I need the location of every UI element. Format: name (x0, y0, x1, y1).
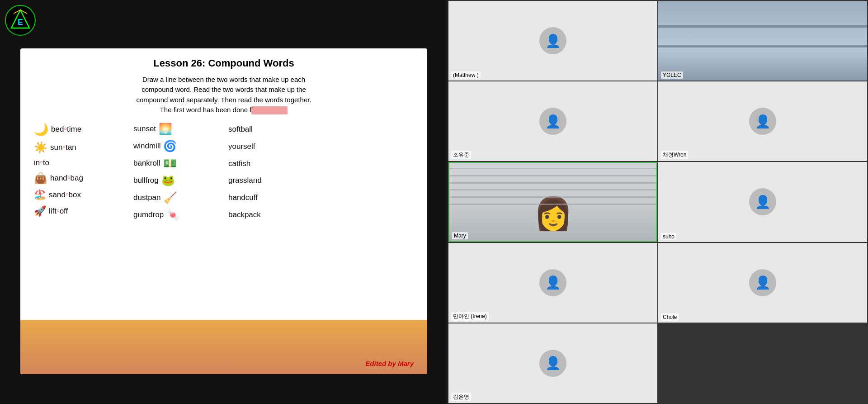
participant-avatar-irene: 👤 (539, 269, 566, 296)
word-row-bedtime: 🌙 bed○time (34, 123, 124, 137)
participant-name-chole: Chole (661, 314, 679, 321)
participant-avatar-chaewren: 👤 (749, 108, 776, 135)
participant-name-suho: suho (661, 233, 676, 240)
word-row-suntan: ☀️ sun○tan (34, 141, 124, 154)
svg-text:E: E (18, 18, 23, 27)
participant-tile-mary: Mary (448, 162, 657, 242)
participant-tile-chaewren: 👤 채령Wren (658, 81, 867, 161)
participant-tile-irene: 👤 민아인 (Irene) (448, 243, 657, 323)
word-row-softball: softball (228, 125, 262, 134)
participant-name-kimeunyoung: 김은영 (451, 393, 471, 401)
participant-avatar-kimeunyoung: 👤 (539, 350, 566, 377)
mary-video-feed (449, 163, 656, 241)
lesson-slide: Lesson 26: Compound Words Draw a line be… (20, 48, 427, 374)
word-row-liftoff: 🚀 lift○off (34, 205, 124, 217)
participant-avatar-suho: 👤 (749, 188, 776, 215)
word-row-into: in○to (34, 158, 124, 167)
participant-avatar-chole: 👤 (749, 269, 776, 296)
word-row-windmill: windmill 🌀 (133, 140, 219, 152)
participant-name-yglec: YGLEC (661, 71, 683, 79)
participant-name-irene: 민아인 (Irene) (451, 312, 489, 321)
main-content-area: Lesson 26: Compound Words Draw a line be… (0, 0, 448, 404)
app-logo: E (5, 5, 36, 36)
edited-by-label: Edited by Mary (365, 360, 414, 367)
slide-title: Lesson 26: Compound Words (34, 57, 414, 69)
word-row-backpack: backpack (228, 210, 262, 219)
word-row-dustpan: dustpan 🧹 (133, 191, 219, 204)
participant-name-mary: Mary (452, 232, 468, 239)
participant-tile-yglec: YGLEC (658, 1, 867, 81)
participant-tile-kimeunyoung: 👤 김은영 (448, 323, 657, 403)
word-row-gumdrop: gumdrop 🍬 (133, 209, 219, 221)
participant-name-chaewren: 채령Wren (661, 151, 688, 159)
participant-avatar-matthew: 👤 (539, 27, 566, 54)
word-row-handbag: 👜 hand○bag (34, 172, 124, 185)
word-row-sandbox: 🏖️ sand○box (34, 189, 124, 201)
participant-tile-joyujun: 👤 조유준 (448, 81, 657, 161)
word-row-handcuff: handcuff (228, 193, 262, 202)
word-row-grassland: grassland (228, 176, 262, 185)
yglec-video-thumbnail (658, 1, 867, 81)
participant-tile-matthew: 👤 (Matthew ) (448, 1, 657, 81)
participant-name-joyujun: 조유준 (451, 151, 471, 159)
participants-grid: 👤 (Matthew ) YGLEC 👤 조유준 👤 채령Wren (448, 0, 868, 404)
left-word-column: 🌙 bed○time ☀️ sun○tan in○to 👜 (34, 123, 124, 221)
participant-avatar-joyujun: 👤 (539, 108, 566, 135)
middle-word-column: sunset 🌅 windmill 🌀 bankroll 💵 (133, 123, 219, 221)
word-row-yourself: yourself (228, 142, 262, 151)
word-row-catfish: catfish (228, 159, 262, 168)
right-word-column: softball yourself catfish grassland hand… (228, 123, 262, 221)
participant-tile-suho: 👤 suho (658, 162, 867, 242)
participant-tile-chole: 👤 Chole (658, 243, 867, 323)
word-row-bullfrog: bullfrog 🐸 (133, 174, 219, 187)
participant-name-matthew: (Matthew ) (451, 71, 481, 79)
word-row-sunset: sunset 🌅 (133, 123, 219, 135)
participant-tile-empty (658, 323, 867, 403)
word-row-bankroll: bankroll 💵 (133, 157, 219, 170)
slide-instructions: Draw a line between the two words that m… (34, 75, 414, 115)
